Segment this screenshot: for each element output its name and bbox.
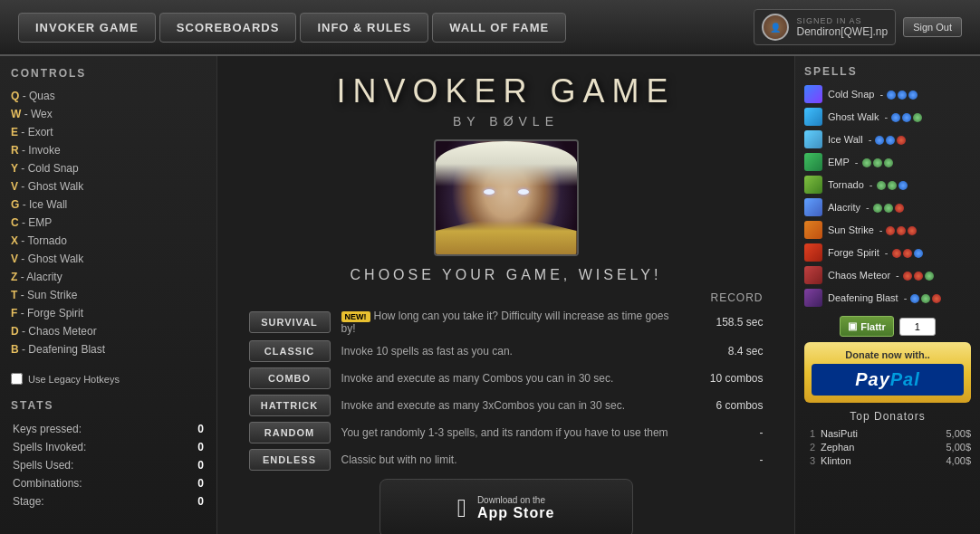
nav-tab-wall-of-fame[interactable]: WALL OF FAME [432, 13, 566, 43]
mode-record-hattrick: 6 combos [687, 392, 769, 419]
spell-orbs: - [870, 179, 908, 190]
mode-btn-hattrick[interactable]: HATTRICK [249, 395, 331, 416]
mode-btn-endless[interactable]: ENDLESS [249, 449, 331, 471]
orb-q [891, 113, 900, 122]
legacy-hotkeys-row: Use Legacy Hotkeys [11, 373, 206, 385]
spells-title: SPELLS [804, 65, 971, 78]
appstore-banner[interactable]:  Download on the App Store [380, 479, 633, 534]
right-sidebar: SPELLS Cold Snap - Ghost Walk - Ice Wall… [794, 56, 980, 534]
orb-q [898, 91, 907, 100]
orb-e [895, 204, 904, 213]
donators-list: 1 NasiPuti 5,00$ 2 Zephan 5,00$ 3 Klinto… [804, 428, 971, 466]
spell-name: Sun Strike [828, 224, 874, 235]
spell-name: Tornado [828, 179, 864, 190]
spell-icon [804, 266, 822, 284]
donator-amount: 5,00$ [946, 442, 971, 453]
spell-icon [804, 198, 822, 216]
key-letter: F [11, 307, 17, 319]
game-subtitle: BY BØVLE [336, 114, 675, 129]
flattr-label: Flattr [860, 321, 886, 332]
nav-tab-info-rules[interactable]: INFO & RULES [300, 13, 428, 43]
spell-icon [804, 221, 822, 239]
donator-name: Zephan [821, 442, 940, 453]
stats-row: Combinations:0 [13, 475, 204, 491]
mode-btn-survival[interactable]: SURVIVAL [249, 311, 331, 333]
spell-orbs: - [904, 292, 943, 303]
key-letter: D [11, 325, 19, 338]
appstore-text: Download on the App Store [477, 495, 554, 521]
orb-q [886, 136, 895, 145]
nav-tab-invoker-game[interactable]: INVOKER GAME [18, 13, 156, 43]
controls-item: V - Ghost Walk [11, 250, 206, 268]
stats-value: 0 [189, 421, 204, 437]
controls-item: X - Tornado [11, 232, 206, 250]
donator-rank: 1 [804, 428, 815, 439]
controls-item: W - Wex [11, 105, 206, 123]
key-letter: B [11, 343, 19, 356]
spell-row-ice-wall: Ice Wall - [804, 130, 971, 148]
apple-icon:  [457, 494, 466, 523]
mode-btn-combo[interactable]: COMBO [249, 367, 331, 389]
orb-e [908, 226, 917, 235]
flattr-row: ▣ Flattr [804, 316, 971, 337]
eye-right [518, 189, 529, 195]
left-sidebar: CONTROLS Q - QuasW - WexE - ExortR - Inv… [0, 56, 217, 534]
controls-item: Y - Cold Snap [11, 159, 206, 177]
spell-row-deafening-blast: Deafening Blast - [804, 289, 971, 307]
record-header: RECORD [687, 289, 769, 307]
spell-orbs: - [855, 157, 894, 167]
legacy-hotkeys-label: Use Legacy Hotkeys [28, 374, 120, 385]
mode-btn-random[interactable]: RANDOM [249, 422, 331, 443]
spell-name: EMP [828, 157, 850, 167]
orb-w [925, 272, 934, 281]
stats-value: 0 [189, 457, 204, 473]
stats-label: Combinations: [13, 475, 187, 491]
eye-left [484, 189, 495, 195]
navbar: INVOKER GAMESCOREBOARDSINFO & RULESWALL … [0, 0, 980, 56]
spell-row-ghost-walk: Ghost Walk - [804, 108, 971, 126]
main-layout: CONTROLS Q - QuasW - WexE - ExortR - Inv… [0, 56, 980, 534]
username-display: Dendiron[QWE].np [796, 25, 888, 38]
mode-row-random: RANDOM You get randomly 1-3 spells, and … [244, 419, 769, 446]
controls-item: T - Sun Strike [11, 286, 206, 304]
legacy-hotkeys-checkbox[interactable] [11, 373, 23, 385]
stats-row: Keys pressed:0 [13, 421, 204, 437]
key-letter: W [11, 108, 21, 120]
choose-text: CHOOSE YOUR GAME, WISELY! [351, 267, 662, 283]
orb-w [873, 158, 882, 167]
mode-desc-hattrick: Invoke and execute as many 3xCombos you … [336, 392, 687, 419]
invoker-hair [436, 141, 577, 186]
key-letter: G [11, 198, 19, 211]
orb-w [884, 204, 893, 213]
orb-e [914, 272, 923, 281]
spell-orbs: - [866, 202, 905, 213]
flattr-button[interactable]: ▣ Flattr [840, 316, 894, 337]
mode-row-endless: ENDLESS Classic but with no limit. - [244, 446, 769, 473]
game-title: INVOKER GAME [336, 72, 675, 110]
key-letter: Z [11, 271, 17, 283]
spell-icon [804, 108, 822, 126]
spell-name: Cold Snap [828, 89, 874, 100]
orb-e [903, 249, 912, 258]
stats-label: Stage: [13, 493, 187, 510]
signout-button[interactable]: Sign Out [903, 17, 962, 37]
controls-item: B - Deafening Blast [11, 340, 206, 358]
donator-amount: 4,00$ [946, 455, 971, 466]
nav-tabs: INVOKER GAMESCOREBOARDSINFO & RULESWALL … [18, 13, 566, 43]
spell-icon [804, 85, 822, 103]
flattr-input[interactable] [899, 318, 936, 336]
spell-icon [804, 176, 822, 194]
stats-table: Keys pressed:0Spells Invoked:0Spells Use… [11, 419, 206, 511]
nav-tab-scoreboards[interactable]: SCOREBOARDS [159, 13, 297, 43]
controls-item: F - Forge Spirit [11, 304, 206, 322]
invoker-shoulders [436, 221, 577, 255]
orb-e [932, 294, 941, 303]
spell-orbs: - [869, 134, 908, 145]
spell-orbs: - [879, 89, 918, 100]
key-letter: E [11, 126, 18, 138]
spell-orbs: - [879, 224, 918, 235]
key-letter: Q [11, 90, 19, 102]
mode-btn-classic[interactable]: CLASSIC [249, 340, 331, 362]
stats-label: Spells Used: [13, 457, 187, 473]
user-info: 👤 SIGNED IN AS Dendiron[QWE].np [754, 9, 896, 45]
